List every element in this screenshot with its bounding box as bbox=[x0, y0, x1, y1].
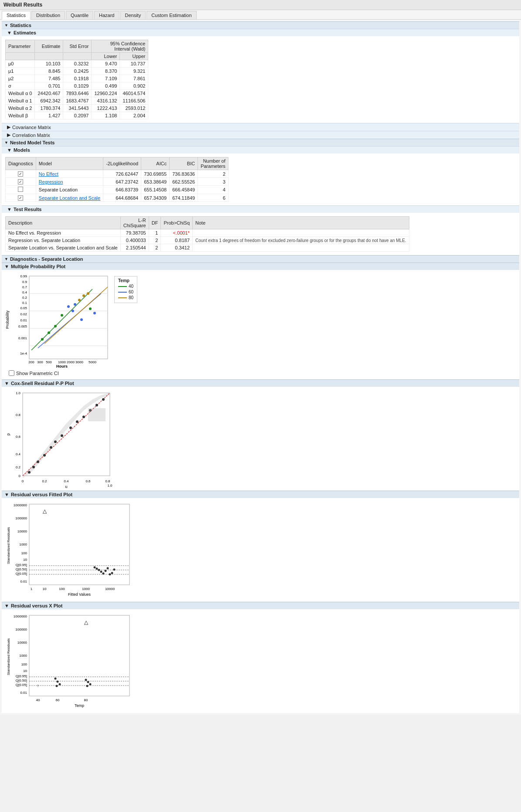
tab-distribution[interactable]: Distribution bbox=[31, 11, 65, 19]
svg-point-126 bbox=[86, 685, 89, 687]
df-cell: 2 bbox=[149, 237, 161, 244]
svg-text:100000: 100000 bbox=[15, 516, 27, 520]
tab-density[interactable]: Density bbox=[120, 11, 146, 19]
resid-x-title[interactable]: ▼ Residual versus X Plot bbox=[2, 602, 519, 609]
col-df: DF bbox=[149, 217, 161, 229]
svg-point-125 bbox=[89, 683, 92, 686]
diag-checkbox[interactable]: ✓ bbox=[6, 178, 36, 186]
param-cell: μ0 bbox=[6, 60, 35, 68]
tab-statistics[interactable]: Statistics bbox=[2, 11, 31, 20]
show-ci-checkbox[interactable] bbox=[9, 370, 14, 376]
note-cell: Count extra 1 degrees of freedom for exc… bbox=[193, 237, 409, 244]
test-results-header[interactable]: ▼ Test Results bbox=[2, 205, 519, 213]
svg-text:0.02: 0.02 bbox=[20, 312, 27, 316]
nparams-cell: 3 bbox=[198, 178, 228, 186]
svg-text:100000: 100000 bbox=[15, 628, 27, 631]
svg-text:5000: 5000 bbox=[89, 360, 96, 364]
svg-point-38 bbox=[89, 307, 92, 310]
svg-point-96 bbox=[113, 569, 116, 571]
chisq-cell: 79.38705 bbox=[120, 229, 149, 237]
svg-text:0.8: 0.8 bbox=[16, 413, 21, 417]
loglik-cell: 647.23742 bbox=[103, 178, 141, 186]
svg-text:0.7: 0.7 bbox=[22, 285, 27, 289]
nested-row: ✓ Separate Location and Scale 644.68684 … bbox=[6, 194, 228, 202]
svg-text:Fitted Values: Fitted Values bbox=[68, 592, 91, 597]
stderr-cell: 0.2425 bbox=[63, 68, 92, 75]
estimates-header[interactable]: ▼ Estimates bbox=[2, 29, 519, 36]
svg-text:0.4: 0.4 bbox=[64, 479, 69, 483]
col-note: Note bbox=[193, 217, 409, 229]
resid-fitted-title[interactable]: ▼ Residual versus Fitted Plot bbox=[2, 491, 519, 498]
stderr-cell: 0.2097 bbox=[63, 112, 92, 119]
diag-checkbox[interactable] bbox=[6, 186, 36, 194]
svg-point-47 bbox=[43, 454, 46, 457]
lower-cell: 4316.132 bbox=[92, 97, 120, 105]
covariance-header[interactable]: ▶ Covariance Matrix bbox=[2, 123, 519, 131]
estimates-row: Weibull α 1 6942.342 1683.4767 4316.132 … bbox=[6, 97, 148, 105]
svg-point-45 bbox=[32, 466, 35, 468]
test-row: No Effect vs. Regression 79.38705 1 <.00… bbox=[6, 229, 409, 237]
estimates-row: μ1 8.845 0.2425 8.370 9.321 bbox=[6, 68, 148, 75]
model-link-cell[interactable]: No Effect bbox=[36, 170, 103, 178]
estimates-row: σ 0.701 0.1029 0.499 0.902 bbox=[6, 82, 148, 90]
diagnostics-header[interactable]: ▼ Diagnostics - Separate Location bbox=[2, 255, 519, 263]
tab-quantile[interactable]: Quantile bbox=[66, 11, 93, 19]
svg-point-29 bbox=[48, 331, 50, 334]
svg-point-95 bbox=[111, 572, 113, 574]
tab-custom-estimation[interactable]: Custom Estimation bbox=[146, 11, 196, 19]
stderr-cell: 0.1029 bbox=[63, 82, 92, 90]
desc-cell: Separate Location vs. Separate Location … bbox=[6, 244, 121, 252]
diagnostics-label: Diagnostics - Separate Location bbox=[10, 256, 83, 262]
svg-text:100: 100 bbox=[21, 551, 27, 555]
coxsnell-title[interactable]: ▼ Cox-Snell Residual P-P Plot bbox=[2, 379, 519, 387]
diag-checkbox[interactable]: ✓ bbox=[6, 194, 36, 202]
test-arrow: ▼ bbox=[7, 207, 12, 212]
show-ci-label: Show Parametric CI bbox=[16, 371, 59, 376]
svg-rect-0 bbox=[29, 276, 108, 359]
bic-cell: 736.83636 bbox=[170, 170, 198, 178]
svg-point-31 bbox=[61, 314, 63, 317]
svg-point-53 bbox=[82, 416, 85, 418]
tab-hazard[interactable]: Hazard bbox=[94, 11, 119, 19]
bic-cell: 666.45849 bbox=[170, 186, 198, 194]
aicc-cell: 655.14508 bbox=[141, 186, 170, 194]
svg-text:2000 3000: 2000 3000 bbox=[67, 360, 83, 364]
col-upper: Upper bbox=[120, 53, 148, 60]
param-cell: μ1 bbox=[6, 68, 35, 75]
svg-point-50 bbox=[61, 434, 63, 437]
prob-plot-title[interactable]: ▼ Multiple Probability Plot bbox=[2, 263, 519, 270]
svg-text:10000: 10000 bbox=[17, 529, 27, 533]
prob-plot-label: Multiple Probability Plot bbox=[11, 264, 65, 269]
nested-model-header[interactable]: ▼ Nested Model Tests bbox=[2, 139, 519, 146]
coxsnell-svg: 1.0 0.8 0.6 0.4 0.2 0 0 0.2 0.4 0.6 0.8 … bbox=[5, 389, 127, 489]
upper-cell: 2593.012 bbox=[120, 105, 148, 112]
note-cell bbox=[193, 244, 409, 252]
upper-cell: 2.004 bbox=[120, 112, 148, 119]
model-link-cell[interactable]: Regression bbox=[36, 178, 103, 186]
diag-checkbox[interactable]: ✓ bbox=[6, 170, 36, 178]
svg-text:1: 1 bbox=[31, 587, 33, 591]
model-link-cell[interactable]: Separate Location and Scale bbox=[36, 194, 103, 202]
models-header[interactable]: ▼ Models bbox=[2, 146, 519, 154]
svg-point-44 bbox=[28, 471, 31, 474]
estimate-cell: 6942.342 bbox=[35, 97, 63, 105]
svg-text:0.8: 0.8 bbox=[105, 479, 110, 483]
col-desc: Description bbox=[6, 217, 121, 229]
statistics-section-header[interactable]: ▼ Statistics bbox=[2, 21, 519, 29]
coxsnell-content: 1.0 0.8 0.6 0.4 0.2 0 0 0.2 0.4 0.6 0.8 … bbox=[2, 387, 519, 491]
aicc-cell: 730.69855 bbox=[141, 170, 170, 178]
svg-text:0.6: 0.6 bbox=[85, 479, 91, 483]
test-results-label: Test Results bbox=[14, 207, 42, 212]
svg-text:1000000: 1000000 bbox=[14, 503, 27, 507]
col-model: Model bbox=[36, 157, 103, 170]
svg-text:10: 10 bbox=[23, 558, 27, 562]
resid-fitted-arrow: ▼ bbox=[4, 492, 9, 497]
upper-cell: 46014.574 bbox=[120, 90, 148, 97]
lower-cell: 0.499 bbox=[92, 82, 120, 90]
svg-text:0.4: 0.4 bbox=[22, 290, 27, 294]
prob-plot-content: 0.99 0.9 0.7 0.4 0.2 0.1 0.05 0.02 0.01 … bbox=[2, 270, 519, 379]
svg-point-32 bbox=[67, 305, 70, 308]
estimate-cell: 8.845 bbox=[35, 68, 63, 75]
correlation-header[interactable]: ▶ Correlation Matrix bbox=[2, 131, 519, 139]
svg-text:0.9: 0.9 bbox=[22, 280, 27, 284]
